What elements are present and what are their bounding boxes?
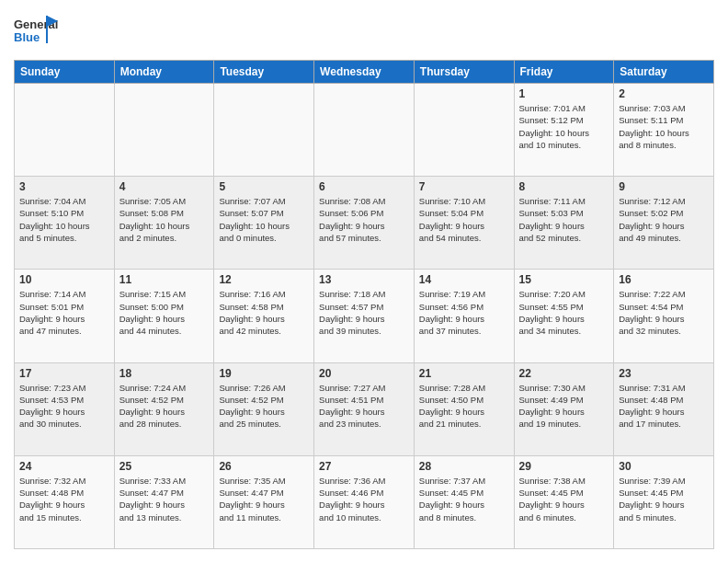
day-info: Sunrise: 7:07 AM Sunset: 5:07 PM Dayligh… — [219, 195, 309, 244]
weekday-row: SundayMondayTuesdayWednesdayThursdayFrid… — [15, 61, 714, 84]
day-number: 17 — [19, 367, 109, 380]
calendar-cell: 2Sunrise: 7:03 AM Sunset: 5:11 PM Daylig… — [614, 84, 714, 177]
weekday-header: Tuesday — [214, 61, 314, 84]
calendar-cell: 11Sunrise: 7:15 AM Sunset: 5:00 PM Dayli… — [114, 270, 214, 362]
day-number: 30 — [619, 460, 709, 473]
calendar-cell: 7Sunrise: 7:10 AM Sunset: 5:04 PM Daylig… — [414, 177, 514, 270]
day-number: 27 — [319, 460, 409, 473]
day-info: Sunrise: 7:15 AM Sunset: 5:00 PM Dayligh… — [119, 288, 210, 337]
day-info: Sunrise: 7:30 AM Sunset: 4:49 PM Dayligh… — [519, 382, 609, 431]
day-number: 23 — [619, 367, 709, 380]
calendar-cell: 3Sunrise: 7:04 AM Sunset: 5:10 PM Daylig… — [15, 177, 115, 270]
day-info: Sunrise: 7:32 AM Sunset: 4:48 PM Dayligh… — [19, 475, 109, 523]
calendar-body: 1Sunrise: 7:01 AM Sunset: 5:12 PM Daylig… — [15, 84, 714, 549]
calendar-cell — [114, 84, 214, 177]
day-number: 28 — [419, 460, 509, 473]
day-info: Sunrise: 7:01 AM Sunset: 5:12 PM Dayligh… — [519, 102, 609, 151]
page: General Blue SundayMondayTuesdayWednesda… — [0, 0, 728, 563]
calendar-cell: 25Sunrise: 7:33 AM Sunset: 4:47 PM Dayli… — [114, 455, 214, 548]
calendar-cell — [314, 84, 415, 177]
day-number: 3 — [19, 180, 109, 193]
day-number: 15 — [519, 273, 609, 286]
day-info: Sunrise: 7:05 AM Sunset: 5:08 PM Dayligh… — [119, 195, 210, 244]
calendar-cell: 22Sunrise: 7:30 AM Sunset: 4:49 PM Dayli… — [514, 362, 614, 455]
calendar-cell: 23Sunrise: 7:31 AM Sunset: 4:48 PM Dayli… — [614, 362, 714, 455]
day-info: Sunrise: 7:26 AM Sunset: 4:52 PM Dayligh… — [219, 382, 309, 431]
calendar-cell: 12Sunrise: 7:16 AM Sunset: 4:58 PM Dayli… — [214, 270, 314, 362]
day-info: Sunrise: 7:08 AM Sunset: 5:06 PM Dayligh… — [319, 195, 409, 244]
weekday-header: Wednesday — [314, 61, 415, 84]
header: General Blue — [14, 14, 714, 51]
calendar-cell — [214, 84, 314, 177]
calendar-cell: 20Sunrise: 7:27 AM Sunset: 4:51 PM Dayli… — [314, 362, 415, 455]
day-number: 26 — [219, 460, 309, 473]
calendar-cell: 15Sunrise: 7:20 AM Sunset: 4:55 PM Dayli… — [514, 270, 614, 362]
day-info: Sunrise: 7:27 AM Sunset: 4:51 PM Dayligh… — [319, 382, 409, 431]
calendar-cell: 28Sunrise: 7:37 AM Sunset: 4:45 PM Dayli… — [414, 455, 514, 548]
day-info: Sunrise: 7:36 AM Sunset: 4:46 PM Dayligh… — [319, 475, 409, 523]
day-info: Sunrise: 7:23 AM Sunset: 4:53 PM Dayligh… — [19, 382, 109, 431]
day-info: Sunrise: 7:16 AM Sunset: 4:58 PM Dayligh… — [219, 288, 309, 337]
day-info: Sunrise: 7:24 AM Sunset: 4:52 PM Dayligh… — [119, 382, 210, 431]
calendar-week: 24Sunrise: 7:32 AM Sunset: 4:48 PM Dayli… — [15, 455, 714, 548]
day-info: Sunrise: 7:39 AM Sunset: 4:45 PM Dayligh… — [619, 475, 709, 523]
logo: General Blue — [14, 14, 58, 51]
day-number: 9 — [619, 180, 709, 193]
day-number: 11 — [119, 273, 210, 286]
calendar-cell: 21Sunrise: 7:28 AM Sunset: 4:50 PM Dayli… — [414, 362, 514, 455]
calendar-week: 10Sunrise: 7:14 AM Sunset: 5:01 PM Dayli… — [15, 270, 714, 362]
calendar-cell: 4Sunrise: 7:05 AM Sunset: 5:08 PM Daylig… — [114, 177, 214, 270]
day-info: Sunrise: 7:22 AM Sunset: 4:54 PM Dayligh… — [619, 288, 709, 337]
day-number: 8 — [519, 180, 609, 193]
day-number: 1 — [519, 87, 609, 100]
day-number: 24 — [19, 460, 109, 473]
day-info: Sunrise: 7:33 AM Sunset: 4:47 PM Dayligh… — [119, 475, 210, 523]
day-info: Sunrise: 7:28 AM Sunset: 4:50 PM Dayligh… — [419, 382, 509, 431]
day-info: Sunrise: 7:04 AM Sunset: 5:10 PM Dayligh… — [19, 195, 109, 244]
weekday-header: Sunday — [15, 61, 115, 84]
day-number: 7 — [419, 180, 509, 193]
calendar-cell: 6Sunrise: 7:08 AM Sunset: 5:06 PM Daylig… — [314, 177, 415, 270]
calendar-cell: 14Sunrise: 7:19 AM Sunset: 4:56 PM Dayli… — [414, 270, 514, 362]
day-info: Sunrise: 7:31 AM Sunset: 4:48 PM Dayligh… — [619, 382, 709, 431]
calendar-cell: 1Sunrise: 7:01 AM Sunset: 5:12 PM Daylig… — [514, 84, 614, 177]
day-info: Sunrise: 7:03 AM Sunset: 5:11 PM Dayligh… — [619, 102, 709, 151]
calendar-cell: 16Sunrise: 7:22 AM Sunset: 4:54 PM Dayli… — [614, 270, 714, 362]
day-number: 22 — [519, 367, 609, 380]
day-number: 13 — [319, 273, 409, 286]
day-number: 6 — [319, 180, 409, 193]
svg-text:Blue: Blue — [14, 30, 40, 44]
day-info: Sunrise: 7:10 AM Sunset: 5:04 PM Dayligh… — [419, 195, 509, 244]
day-info: Sunrise: 7:38 AM Sunset: 4:45 PM Dayligh… — [519, 475, 609, 523]
calendar-week: 1Sunrise: 7:01 AM Sunset: 5:12 PM Daylig… — [15, 84, 714, 177]
day-info: Sunrise: 7:18 AM Sunset: 4:57 PM Dayligh… — [319, 288, 409, 337]
weekday-header: Thursday — [414, 61, 514, 84]
day-number: 10 — [19, 273, 109, 286]
day-number: 5 — [219, 180, 309, 193]
calendar-cell: 30Sunrise: 7:39 AM Sunset: 4:45 PM Dayli… — [614, 455, 714, 548]
calendar-cell: 17Sunrise: 7:23 AM Sunset: 4:53 PM Dayli… — [15, 362, 115, 455]
calendar-cell: 19Sunrise: 7:26 AM Sunset: 4:52 PM Dayli… — [214, 362, 314, 455]
logo-icon: General Blue — [14, 14, 58, 51]
day-number: 2 — [619, 87, 709, 100]
calendar-cell — [15, 84, 115, 177]
day-number: 25 — [119, 460, 210, 473]
calendar-cell: 26Sunrise: 7:35 AM Sunset: 4:47 PM Dayli… — [214, 455, 314, 548]
day-info: Sunrise: 7:12 AM Sunset: 5:02 PM Dayligh… — [619, 195, 709, 244]
day-number: 21 — [419, 367, 509, 380]
day-number: 12 — [219, 273, 309, 286]
calendar-cell: 24Sunrise: 7:32 AM Sunset: 4:48 PM Dayli… — [15, 455, 115, 548]
calendar-cell: 27Sunrise: 7:36 AM Sunset: 4:46 PM Dayli… — [314, 455, 415, 548]
day-number: 19 — [219, 367, 309, 380]
day-info: Sunrise: 7:37 AM Sunset: 4:45 PM Dayligh… — [419, 475, 509, 523]
day-info: Sunrise: 7:35 AM Sunset: 4:47 PM Dayligh… — [219, 475, 309, 523]
day-info: Sunrise: 7:19 AM Sunset: 4:56 PM Dayligh… — [419, 288, 509, 337]
calendar-cell: 29Sunrise: 7:38 AM Sunset: 4:45 PM Dayli… — [514, 455, 614, 548]
day-number: 29 — [519, 460, 609, 473]
day-number: 18 — [119, 367, 210, 380]
calendar-week: 3Sunrise: 7:04 AM Sunset: 5:10 PM Daylig… — [15, 177, 714, 270]
calendar-cell: 18Sunrise: 7:24 AM Sunset: 4:52 PM Dayli… — [114, 362, 214, 455]
weekday-header: Saturday — [614, 61, 714, 84]
day-info: Sunrise: 7:14 AM Sunset: 5:01 PM Dayligh… — [19, 288, 109, 337]
calendar: SundayMondayTuesdayWednesdayThursdayFrid… — [14, 60, 714, 549]
